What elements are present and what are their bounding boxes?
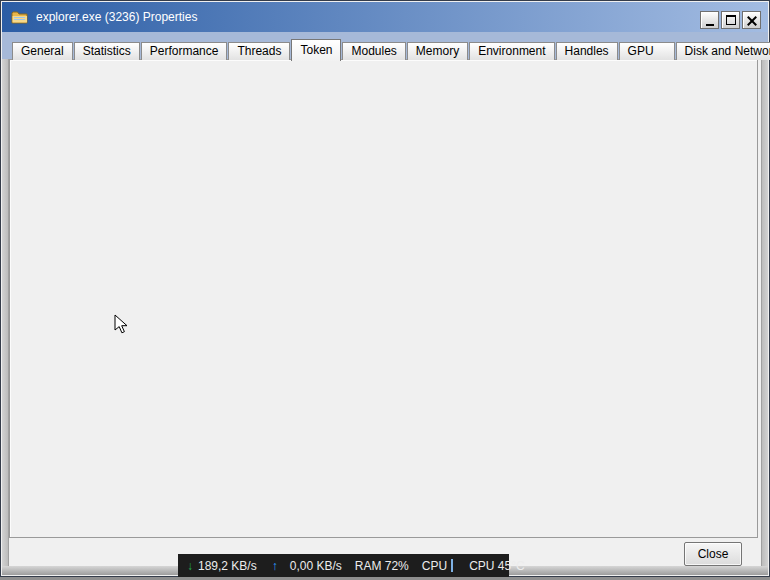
properties-window: explorer.exe (3236) Properties General S… [0, 0, 770, 577]
screen: explorer.exe (3236) Properties General S… [0, 0, 770, 580]
tab-token[interactable]: Token [291, 39, 341, 61]
minimize-icon [706, 24, 714, 26]
download-arrow-icon: ↓ [187, 559, 193, 573]
tab-environment[interactable]: Environment [469, 42, 554, 60]
mouse-cursor-icon [114, 314, 128, 335]
window-title: explorer.exe (3236) Properties [36, 10, 197, 24]
window-frame-right [761, 59, 768, 568]
tab-bar: General Statistics Performance Threads T… [12, 38, 770, 60]
upload-arrow-icon: ↑ [272, 559, 278, 573]
tab-performance[interactable]: Performance [141, 42, 228, 60]
title-bar[interactable]: explorer.exe (3236) Properties [2, 2, 768, 32]
tab-threads[interactable]: Threads [228, 42, 290, 60]
upload-speed: 0,00 KB/s [290, 559, 342, 573]
tab-handles[interactable]: Handles [556, 42, 618, 60]
close-button[interactable]: Close [684, 542, 742, 566]
close-window-button[interactable] [742, 11, 761, 29]
window-controls [700, 11, 761, 29]
cpu-label: CPU [422, 559, 447, 573]
window-frame-left [2, 59, 9, 568]
explorer-folder-icon [11, 9, 29, 25]
tab-statistics[interactable]: Statistics [74, 42, 140, 60]
system-monitor-widget[interactable]: ↓ 189,2 KB/s ↑ 0,00 KB/s RAM 72% CPU CPU… [178, 554, 509, 577]
close-icon [747, 16, 756, 25]
tab-memory[interactable]: Memory [407, 42, 468, 60]
tab-modules[interactable]: Modules [342, 42, 405, 60]
tab-general[interactable]: General [12, 42, 73, 60]
minimize-button[interactable] [700, 11, 719, 29]
cpu-graph [451, 559, 453, 572]
maximize-button[interactable] [721, 11, 740, 29]
cpu-temperature: CPU 45°C [469, 559, 524, 573]
tab-gpu[interactable]: GPU [619, 42, 675, 60]
token-tab-page [9, 59, 758, 538]
ram-usage: RAM 72% [355, 559, 409, 573]
maximize-icon [726, 15, 736, 25]
tab-disk-and-network[interactable]: Disk and Network [676, 42, 770, 60]
download-speed: 189,2 KB/s [198, 559, 257, 573]
